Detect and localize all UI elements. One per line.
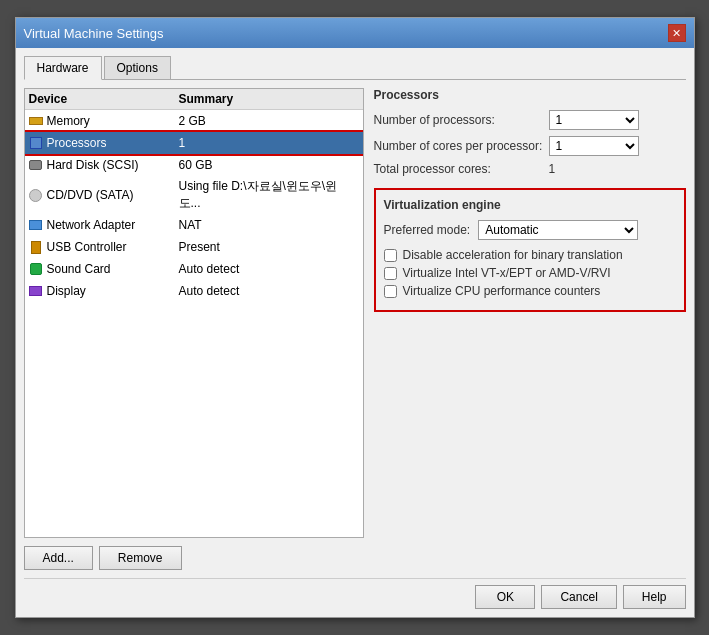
main-window: Virtual Machine Settings ✕ Hardware Opti… bbox=[15, 17, 695, 618]
tab-options[interactable]: Options bbox=[104, 56, 171, 79]
device-cell: Hard Disk (SCSI) bbox=[29, 158, 179, 172]
tab-hardware[interactable]: Hardware bbox=[24, 56, 102, 80]
disable-accel-checkbox[interactable] bbox=[384, 249, 397, 262]
main-area: Device Summary Memory 2 GB bbox=[24, 88, 686, 570]
table-header: Device Summary bbox=[25, 89, 363, 110]
bottom-buttons: OK Cancel Help bbox=[24, 578, 686, 609]
num-processors-label: Number of processors: bbox=[374, 113, 549, 127]
remove-button[interactable]: Remove bbox=[99, 546, 182, 570]
device-cell: Sound Card bbox=[29, 262, 179, 276]
device-cell: CD/DVD (SATA) bbox=[29, 188, 179, 202]
preferred-mode-label: Preferred mode: bbox=[384, 223, 471, 237]
add-button[interactable]: Add... bbox=[24, 546, 93, 570]
device-cell: USB Controller bbox=[29, 240, 179, 254]
left-panel: Device Summary Memory 2 GB bbox=[24, 88, 364, 570]
summary-cell: Auto detect bbox=[179, 262, 359, 276]
summary-cell: Using file D:\자료실\윈도우\윈도... bbox=[179, 178, 359, 212]
table-row[interactable]: Sound Card Auto detect bbox=[25, 258, 363, 280]
total-cores-label: Total processor cores: bbox=[374, 162, 549, 176]
total-cores-row: Total processor cores: 1 bbox=[374, 162, 686, 176]
network-icon bbox=[29, 218, 43, 232]
num-cores-label: Number of cores per processor: bbox=[374, 139, 549, 153]
total-cores-value: 1 bbox=[549, 162, 556, 176]
virtualize-cpu-label: Virtualize CPU performance counters bbox=[403, 284, 601, 298]
sound-icon bbox=[29, 262, 43, 276]
cancel-button[interactable]: Cancel bbox=[541, 585, 616, 609]
close-button[interactable]: ✕ bbox=[668, 24, 686, 42]
virt-engine-title: Virtualization engine bbox=[384, 198, 676, 212]
summary-cell: NAT bbox=[179, 218, 359, 232]
table-row[interactable]: CD/DVD (SATA) Using file D:\자료실\윈도우\윈도..… bbox=[25, 176, 363, 214]
display-icon bbox=[29, 284, 43, 298]
table-row[interactable]: Display Auto detect bbox=[25, 280, 363, 302]
title-bar: Virtual Machine Settings ✕ bbox=[16, 18, 694, 48]
preferred-mode-row: Preferred mode: Automatic Binary Transla… bbox=[384, 220, 676, 240]
table-row[interactable]: Network Adapter NAT bbox=[25, 214, 363, 236]
window-content: Hardware Options Device Summary Memory bbox=[16, 48, 694, 617]
tab-bar: Hardware Options bbox=[24, 56, 686, 80]
header-summary: Summary bbox=[179, 92, 359, 106]
device-cell: Network Adapter bbox=[29, 218, 179, 232]
device-cell: Processors bbox=[29, 136, 179, 150]
virtualize-intel-row: Virtualize Intel VT-x/EPT or AMD-V/RVI bbox=[384, 266, 676, 280]
table-row[interactable]: USB Controller Present bbox=[25, 236, 363, 258]
processor-icon bbox=[29, 136, 43, 150]
cdrom-icon bbox=[29, 188, 43, 202]
memory-icon bbox=[29, 114, 43, 128]
device-cell: Display bbox=[29, 284, 179, 298]
table-row[interactable]: Memory 2 GB bbox=[25, 110, 363, 132]
ok-cancel-area: OK Cancel Help bbox=[475, 585, 685, 609]
num-processors-row: Number of processors: 1 2 4 8 bbox=[374, 110, 686, 130]
num-cores-select[interactable]: 1 2 4 8 bbox=[549, 136, 639, 156]
disable-accel-row: Disable acceleration for binary translat… bbox=[384, 248, 676, 262]
disable-accel-label: Disable acceleration for binary translat… bbox=[403, 248, 623, 262]
virtualize-intel-checkbox[interactable] bbox=[384, 267, 397, 280]
num-processors-select[interactable]: 1 2 4 8 bbox=[549, 110, 639, 130]
summary-cell: 60 GB bbox=[179, 158, 359, 172]
ok-button[interactable]: OK bbox=[475, 585, 535, 609]
add-remove-area: Add... Remove bbox=[24, 546, 364, 570]
right-panel: Processors Number of processors: 1 2 4 8… bbox=[374, 88, 686, 570]
title-bar-buttons: ✕ bbox=[668, 24, 686, 42]
table-row[interactable]: Hard Disk (SCSI) 60 GB bbox=[25, 154, 363, 176]
processors-title: Processors bbox=[374, 88, 686, 102]
device-table: Device Summary Memory 2 GB bbox=[24, 88, 364, 538]
usb-icon bbox=[29, 240, 43, 254]
virtualize-intel-label: Virtualize Intel VT-x/EPT or AMD-V/RVI bbox=[403, 266, 611, 280]
window-title: Virtual Machine Settings bbox=[24, 26, 164, 41]
summary-cell: Auto detect bbox=[179, 284, 359, 298]
virtualize-cpu-row: Virtualize CPU performance counters bbox=[384, 284, 676, 298]
header-device: Device bbox=[29, 92, 179, 106]
preferred-mode-select[interactable]: Automatic Binary Translation Intel VT-x/… bbox=[478, 220, 638, 240]
num-cores-row: Number of cores per processor: 1 2 4 8 bbox=[374, 136, 686, 156]
virtualize-cpu-checkbox[interactable] bbox=[384, 285, 397, 298]
device-cell: Memory bbox=[29, 114, 179, 128]
hdd-icon bbox=[29, 158, 43, 172]
help-button[interactable]: Help bbox=[623, 585, 686, 609]
virtualization-engine-box: Virtualization engine Preferred mode: Au… bbox=[374, 188, 686, 312]
summary-cell: 2 GB bbox=[179, 114, 359, 128]
table-row[interactable]: Processors 1 bbox=[25, 132, 363, 154]
summary-cell: Present bbox=[179, 240, 359, 254]
summary-cell: 1 bbox=[179, 136, 359, 150]
